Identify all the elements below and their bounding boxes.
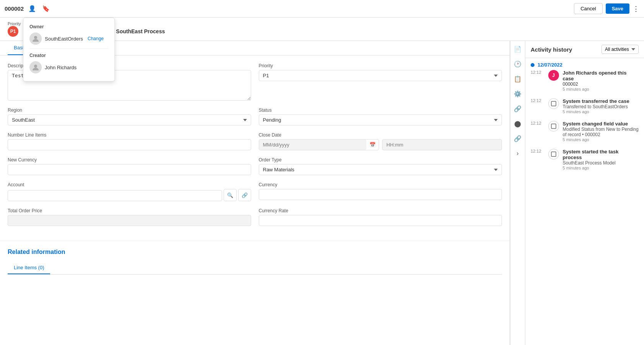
currency-label: Currency <box>259 182 502 187</box>
owner-user-row: SouthEastOrders Change <box>29 33 108 45</box>
account-input-group: Fred Supplies 🔍 🔗 <box>8 189 251 201</box>
popover-divider <box>29 49 108 49</box>
activity-event-title-3: System changed field value <box>563 121 639 127</box>
activity-body-2: System transferred the case Transferred … <box>563 98 639 114</box>
svg-point-1 <box>34 65 37 68</box>
activity-avatar-3 <box>548 121 559 132</box>
new-currency-input[interactable] <box>8 164 251 175</box>
owner-name: SouthEastOrders <box>45 36 83 42</box>
activity-item-3: 12:12 System changed field value Modifie… <box>531 121 639 142</box>
owner-popover: Owner SouthEastOrders Change Creator Joh… <box>23 18 115 81</box>
form-row-3: Number Line Items Close Date 📅 <box>8 132 502 150</box>
status-label: Status <box>259 107 502 113</box>
activity-time-2: 12:12 <box>531 98 541 103</box>
cancel-button[interactable]: Cancel <box>574 3 602 14</box>
activity-event-sub-3: Modified Status from New to Pending of r… <box>563 127 639 137</box>
circle-icon[interactable]: ⬤ <box>513 119 523 129</box>
related-section: Related information Line Items (0) <box>0 241 510 275</box>
new-currency-label: New Currency <box>8 157 251 163</box>
summary-priority-label: Priority <box>8 21 21 26</box>
top-bar: 000002 👤 🔖 Cancel Save ⋮ Owner SouthEast… <box>0 0 644 18</box>
related-title: Related information <box>8 249 502 255</box>
creator-user-row: John Richards <box>29 61 108 73</box>
new-currency-group: New Currency <box>8 157 251 175</box>
activity-avatar-1: J <box>548 70 559 81</box>
link-icon[interactable]: 🔗 <box>512 104 523 114</box>
priority-select[interactable]: P1 P2 P3 <box>259 70 502 81</box>
total-order-price-input: $0.00 <box>8 215 251 226</box>
currency-group: Currency <box>259 182 502 201</box>
activity-header: Activity history All activities Comments… <box>525 41 644 58</box>
activity-record-1: 000002 <box>563 81 639 87</box>
activity-event-title-1: John Richards opened this case <box>563 70 639 81</box>
date-input-wrap: 📅 <box>259 139 379 150</box>
activity-event-title-4: System started the task process <box>563 149 639 160</box>
history-icon[interactable]: 🕑 <box>512 59 523 69</box>
settings-icon[interactable]: ⚙️ <box>512 89 523 99</box>
more-menu-button[interactable]: ⋮ <box>633 5 639 13</box>
order-type-group: Order Type Raw Materials Finished Goods … <box>259 157 502 175</box>
activity-content: 12/07/2022 12:12 J John Richards opened … <box>525 58 644 345</box>
form-row-5: Account Fred Supplies 🔍 🔗 Currency <box>8 182 502 201</box>
document-icon[interactable]: 📄 <box>512 44 523 54</box>
currency-rate-label: Currency Rate <box>259 208 502 213</box>
chain-icon[interactable]: 🔗 <box>512 133 523 144</box>
account-input[interactable]: Fred Supplies <box>8 190 222 201</box>
time-group <box>382 139 502 150</box>
activity-body-1: John Richards opened this case 000002 5 … <box>563 70 639 91</box>
region-label: Region <box>8 107 251 113</box>
region-group: Region SouthEast NorthEast West <box>8 107 251 125</box>
account-link-btn[interactable]: 🔗 <box>238 189 251 201</box>
form-row-2: Region SouthEast NorthEast West Status N… <box>8 107 502 125</box>
activity-event-sub-2: Transferred to SouthEastOrders <box>563 104 639 109</box>
activity-avatar-2 <box>548 98 559 109</box>
activity-ago-4: 5 minutes ago <box>563 166 639 170</box>
creator-name: John Richards <box>45 65 77 70</box>
close-date-input[interactable] <box>259 140 367 150</box>
calendar-icon[interactable]: 📅 <box>366 142 379 148</box>
activity-title: Activity history <box>531 46 572 53</box>
top-bar-actions: Cancel Save ⋮ <box>574 3 639 14</box>
currency-rate-input[interactable] <box>259 215 502 226</box>
priority-group: Priority P1 P2 P3 <box>259 63 502 101</box>
number-line-items-label: Number Line Items <box>8 132 251 138</box>
form-row-4: New Currency Order Type Raw Materials Fi… <box>8 157 502 175</box>
activity-timeline-2: 12:12 <box>531 98 544 114</box>
order-type-select[interactable]: Raw Materials Finished Goods Services <box>259 164 502 175</box>
status-select[interactable]: New Pending Closed <box>259 114 502 125</box>
expand-icon[interactable]: › <box>515 148 520 158</box>
order-type-label: Order Type <box>259 157 502 163</box>
currency-input[interactable] <box>259 189 502 200</box>
number-line-items-input[interactable] <box>8 139 251 150</box>
activity-event-sub-4: SouthEast Process Model <box>563 160 639 166</box>
svg-rect-2 <box>551 101 556 106</box>
activity-item: 12:12 J John Richards opened this case 0… <box>531 70 639 91</box>
currency-rate-group: Currency Rate <box>259 208 502 226</box>
owner-section-label: Owner <box>29 24 108 29</box>
activity-time-1: 12:12 <box>531 70 541 75</box>
change-owner-link[interactable]: Change <box>88 36 104 41</box>
time-input[interactable] <box>382 139 502 150</box>
account-label: Account <box>8 182 251 187</box>
activity-filter-select[interactable]: All activities Comments Emails Tasks <box>602 45 639 54</box>
related-tab-line-items[interactable]: Line Items (0) <box>8 262 50 274</box>
summary-priority: Priority P1 <box>8 21 21 37</box>
svg-rect-3 <box>551 124 556 129</box>
clipboard-icon[interactable]: 📋 <box>512 74 523 84</box>
region-select[interactable]: SouthEast NorthEast West <box>8 114 251 125</box>
date-time-group: 📅 <box>259 139 502 150</box>
contact-icon-btn[interactable]: 👤 <box>27 4 38 13</box>
status-group: Status New Pending Closed <box>259 107 502 125</box>
total-order-price-group: Total Order Price $0.00 <box>8 208 251 226</box>
total-order-price-label: Total Order Price <box>8 208 251 213</box>
activity-panel: Activity history All activities Comments… <box>525 41 644 345</box>
bookmark-icon-btn[interactable]: 🔖 <box>41 4 51 13</box>
save-button[interactable]: Save <box>606 3 629 14</box>
svg-rect-4 <box>551 152 556 156</box>
owner-avatar <box>29 33 42 45</box>
timeline-dot <box>531 63 534 67</box>
activity-body-3: System changed field value Modified Stat… <box>563 121 639 142</box>
account-search-btn[interactable]: 🔍 <box>224 189 237 201</box>
activity-timeline-3: 12:12 <box>531 121 544 142</box>
account-group: Account Fred Supplies 🔍 🔗 <box>8 182 251 201</box>
